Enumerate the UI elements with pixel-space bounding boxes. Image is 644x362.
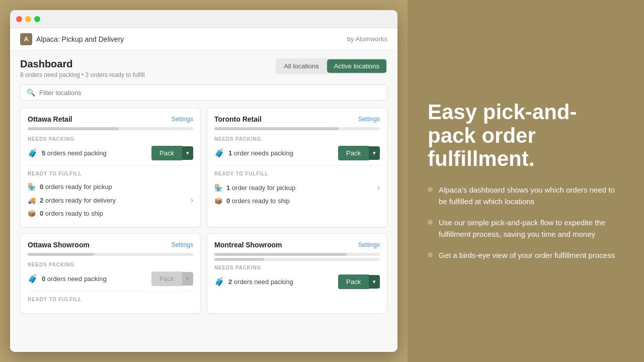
fulfill-count: 0 xyxy=(40,183,43,191)
chevron-right-icon: › xyxy=(377,183,380,192)
app-window: A Alpaca: Pickup and Delivery by Alumwor… xyxy=(10,10,397,352)
feature-list: Alpaca's dashboard shows you which order… xyxy=(428,185,624,261)
close-button[interactable] xyxy=(16,16,22,22)
needs-packing-label: NEEDS PACKING xyxy=(214,136,380,142)
packing-icon: 🧳 xyxy=(214,277,224,287)
packing-icon: 🧳 xyxy=(214,148,224,158)
feature-bullet xyxy=(428,220,433,225)
packing-text: 5 orders need packing xyxy=(42,149,107,157)
location-tabs: All locations Active locations xyxy=(276,58,387,74)
packing-text: 0 orders need packing xyxy=(42,275,107,283)
fulfill-row-1[interactable]: 🚚 2 orders ready for delivery › xyxy=(28,193,193,207)
pack-button[interactable]: Pack xyxy=(338,275,369,289)
hero-title: Easy pick-and-pack order fulfillment. xyxy=(428,101,624,170)
progress-fill xyxy=(214,127,339,130)
progress-bar xyxy=(214,127,380,130)
fulfill-text-ship: 0 orders ready to ship xyxy=(226,197,290,205)
app-brand: A Alpaca: Pickup and Delivery xyxy=(20,33,124,45)
feature-text-3: Get a birds-eye view of your order fulfi… xyxy=(439,250,615,261)
feature-text-1: Alpaca's dashboard shows you which order… xyxy=(439,185,624,207)
card-header: Ottawa Showroom Settings xyxy=(28,241,193,249)
fulfill-icon: 🏪 xyxy=(28,183,36,191)
search-input[interactable] xyxy=(39,89,381,97)
app-name: Alpaca: Pickup and Delivery xyxy=(36,35,124,43)
ship-icon: 📦 xyxy=(28,210,36,217)
card-header: Montreal Showroom Settings xyxy=(214,241,380,249)
progress-bar-1 xyxy=(214,253,380,256)
pack-button[interactable]: Pack xyxy=(338,146,369,160)
search-icon: 🔍 xyxy=(27,88,35,97)
divider xyxy=(28,165,193,166)
packing-count: 5 xyxy=(42,149,45,157)
feature-item-1: Alpaca's dashboard shows you which order… xyxy=(428,185,624,207)
search-bar: 🔍 xyxy=(20,84,387,101)
right-panel: Easy pick-and-pack order fulfillment. Al… xyxy=(408,0,644,362)
packing-row: 🧳 2 orders need packing Pack ▾ xyxy=(214,275,380,289)
dashboard-info: Dashboard 8 orders need packing • 3 orde… xyxy=(20,58,145,78)
divider xyxy=(214,165,380,166)
feature-bullet xyxy=(428,252,433,257)
card-header: Toronto Retail Settings xyxy=(214,115,380,123)
feature-bullet xyxy=(428,187,433,192)
settings-link[interactable]: Settings xyxy=(358,241,380,248)
pack-btn-group: Pack ▾ xyxy=(151,272,193,286)
title-bar xyxy=(10,10,397,28)
progress-fill xyxy=(28,253,94,256)
maximize-button[interactable] xyxy=(34,16,40,22)
packing-info: 🧳 1 order needs packing xyxy=(214,148,293,158)
main-content: Dashboard 8 orders need packing • 3 orde… xyxy=(10,50,397,352)
pack-dropdown[interactable]: ▾ xyxy=(369,275,380,289)
packing-icon: 🧳 xyxy=(28,274,38,284)
fulfill-text: 0 orders ready for pickup xyxy=(40,183,112,191)
tab-all-locations[interactable]: All locations xyxy=(277,59,326,73)
packing-info: 🧳 0 orders need packing xyxy=(28,274,107,284)
fulfill-row-pickup[interactable]: 🏪 1 order ready for pickup › xyxy=(214,180,380,195)
pack-dropdown[interactable]: ▾ xyxy=(369,146,380,160)
location-name: Toronto Retail xyxy=(214,115,262,123)
ship-icon: 📦 xyxy=(214,197,222,205)
packing-row: 🧳 5 orders need packing Pack ▾ xyxy=(28,146,193,160)
needs-packing-label: NEEDS PACKING xyxy=(28,262,193,267)
ready-to-fulfill-label: READY TO FULFILL xyxy=(28,297,193,302)
progress-bar xyxy=(28,127,193,130)
progress-bar xyxy=(28,253,193,256)
fulfill-text: 1 order ready for pickup xyxy=(226,184,295,192)
minimize-button[interactable] xyxy=(25,16,31,22)
progress-fill-1 xyxy=(214,253,347,256)
settings-link[interactable]: Settings xyxy=(172,241,193,248)
settings-link[interactable]: Settings xyxy=(358,116,380,123)
packing-row: 🧳 0 orders need packing Pack ▾ xyxy=(28,272,193,286)
locations-grid: Ottawa Retail Settings NEEDS PACKING 🧳 5… xyxy=(20,108,387,314)
fulfill-row-2: 📦 0 orders ready to ship xyxy=(28,207,193,220)
app-logo: A xyxy=(20,33,32,45)
dashboard-subtitle: 8 orders need packing • 3 orders ready t… xyxy=(20,71,145,78)
card-header: Ottawa Retail Settings xyxy=(28,115,193,123)
feature-item-2: Use our simple pick-and-pack flow to exp… xyxy=(428,217,624,240)
traffic-lights xyxy=(16,16,40,22)
location-card-montreal-showroom: Montreal Showroom Settings NEEDS PACKING xyxy=(207,233,387,314)
packing-info: 🧳 5 orders need packing xyxy=(28,148,107,158)
pack-dropdown[interactable]: ▾ xyxy=(182,146,193,160)
pack-btn-group: Pack ▾ xyxy=(338,275,380,289)
packing-text: 1 order needs packing xyxy=(228,149,293,157)
fulfill-info-ship: 📦 0 orders ready to ship xyxy=(214,197,290,205)
fulfill-info: 🏪 0 orders ready for pickup xyxy=(28,183,112,191)
dashboard-header: Dashboard 8 orders need packing • 3 orde… xyxy=(20,58,387,78)
pack-button-disabled[interactable]: Pack xyxy=(151,272,182,286)
feature-item-3: Get a birds-eye view of your order fulfi… xyxy=(428,250,624,261)
pack-dropdown-disabled[interactable]: ▾ xyxy=(182,272,193,286)
location-card-ottawa-showroom: Ottawa Showroom Settings NEEDS PACKING 🧳… xyxy=(20,233,201,314)
divider xyxy=(28,291,193,292)
needs-packing-label: NEEDS PACKING xyxy=(214,265,380,270)
tab-active-locations[interactable]: Active locations xyxy=(327,59,386,73)
progress-fill xyxy=(28,127,119,130)
pack-button[interactable]: Pack xyxy=(151,146,182,160)
location-name: Ottawa Retail xyxy=(28,115,72,123)
dashboard-title: Dashboard xyxy=(20,58,145,70)
settings-link[interactable]: Settings xyxy=(172,116,193,123)
fulfill-text-1: 2 orders ready for delivery xyxy=(40,197,116,204)
fulfill-count-2: 0 xyxy=(40,210,43,217)
location-name: Ottawa Showroom xyxy=(28,241,90,249)
progress-fill-2 xyxy=(214,258,264,261)
fulfill-row-ship: 📦 0 orders ready to ship xyxy=(214,195,380,207)
